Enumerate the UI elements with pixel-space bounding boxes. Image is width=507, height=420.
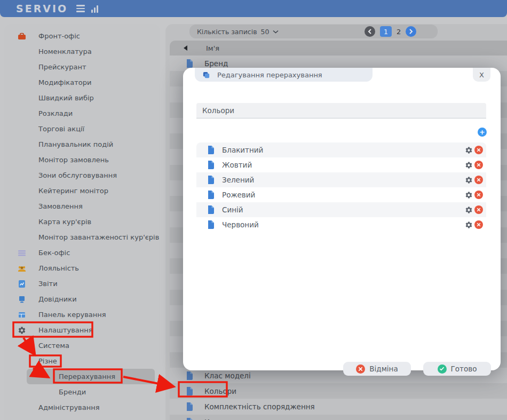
document-icon	[186, 418, 193, 420]
item-settings-icon[interactable]	[464, 146, 473, 154]
item-delete-icon[interactable]	[474, 220, 483, 229]
sidebar-item-settings[interactable]: Налаштування	[4, 322, 160, 338]
item-settings-icon[interactable]	[464, 191, 473, 199]
page-2-button[interactable]: 2	[397, 28, 401, 36]
prev-page-icon[interactable]	[365, 26, 375, 37]
enum-item-row-yellow[interactable]: Жовтий	[196, 157, 486, 172]
sidebar-item-control-panel[interactable]: Панель керування	[4, 307, 160, 322]
reports-icon	[18, 280, 26, 288]
item-delete-icon[interactable]	[474, 205, 483, 214]
sidebar: Фронт-офіс Номенклатура Прейскурант Моди…	[4, 24, 160, 420]
sidebar-item-enumerations[interactable]: Перерахування	[27, 369, 155, 384]
document-icon	[186, 59, 193, 68]
name-column-header: Ім'я	[206, 44, 219, 52]
document-icon	[186, 387, 193, 395]
pagination: 1 2	[365, 26, 416, 37]
control-panel-icon	[18, 311, 26, 319]
cancel-button[interactable]: Відміна	[343, 362, 411, 376]
gear-icon	[18, 326, 26, 335]
sidebar-item-courier-map[interactable]: Карта кур'єрів	[4, 214, 160, 229]
sidebar-item-schedules[interactable]: Розклади	[4, 106, 160, 121]
enum-item-row-red[interactable]: Червоний	[196, 217, 486, 232]
close-button[interactable]: X	[473, 68, 490, 82]
collapse-column-icon[interactable]	[184, 45, 187, 51]
loyalty-icon	[18, 264, 26, 273]
backoffice-icon	[18, 249, 26, 257]
enum-item-row-pink[interactable]: Рожевий	[196, 187, 486, 202]
sidebar-item-order-monitor[interactable]: Монітор замовлень	[4, 152, 160, 168]
sidebar-item-directories[interactable]: Довідники	[4, 291, 160, 307]
enum-item-row-light-blue[interactable]: Блакитний	[196, 142, 486, 157]
records-count-dropdown[interactable]: Кількість записів 50	[197, 28, 279, 36]
document-icon	[207, 191, 214, 199]
table-row-continents[interactable]: Континенти	[170, 414, 507, 420]
list-control-bar: Кількість записів 50 1 2	[189, 25, 438, 38]
edit-enumeration-dialog: Редагування перерахування X Кольори + Бл…	[183, 68, 501, 370]
sidebar-item-front-office[interactable]: Фронт-офіс	[4, 28, 160, 44]
item-settings-icon[interactable]	[464, 205, 473, 214]
top-bar: SERVIO	[0, 0, 507, 17]
done-check-icon	[438, 364, 447, 374]
sidebar-item-system[interactable]: Система	[4, 338, 160, 353]
sidebar-item-loyalty[interactable]: Лояльність	[4, 260, 160, 276]
sidebar-item-orders[interactable]: Замовлення	[4, 199, 160, 214]
item-delete-icon[interactable]	[474, 146, 483, 154]
directories-icon	[18, 295, 26, 304]
item-settings-icon[interactable]	[464, 176, 473, 184]
sidebar-item-service-zones[interactable]: Зони обслуговування	[4, 168, 160, 183]
dialog-title: Редагування перерахування	[217, 71, 322, 79]
sidebar-item-back-office[interactable]: Бек-офіс	[4, 245, 160, 260]
servio-logo: SERVIO	[16, 3, 68, 14]
sidebar-item-reports[interactable]: Звіти	[4, 276, 160, 291]
document-icon	[207, 161, 214, 169]
chart-icon[interactable]	[91, 5, 98, 13]
dialog-title-tab: Редагування перерахування	[195, 68, 373, 82]
chevron-down-icon	[273, 30, 279, 34]
enumeration-name-input[interactable]: Кольори	[196, 103, 486, 118]
table-row-equipment-completeness[interactable]: Комплектність спорядження	[170, 399, 507, 414]
document-icon	[207, 205, 214, 214]
briefcase-icon	[18, 32, 26, 41]
sidebar-item-nomenclature[interactable]: Номенклатура	[4, 44, 160, 59]
menu-icon[interactable]	[76, 5, 85, 12]
document-icon	[207, 176, 214, 184]
sidebar-item-administration[interactable]: Адміністрування	[4, 400, 160, 415]
copy-icon	[202, 71, 210, 79]
sidebar-item-event-planner[interactable]: Планувальник подій	[4, 137, 160, 152]
document-icon	[207, 146, 214, 154]
enum-item-row-green[interactable]: Зелений	[196, 172, 486, 187]
done-button[interactable]: Готово	[423, 362, 491, 376]
sidebar-item-pricelist[interactable]: Прейскурант	[4, 59, 160, 75]
document-icon	[207, 220, 214, 229]
item-delete-icon[interactable]	[474, 176, 483, 184]
add-item-button[interactable]: +	[478, 128, 487, 137]
document-icon	[186, 402, 193, 411]
document-icon	[186, 371, 193, 380]
sidebar-item-misc[interactable]: Різне	[4, 353, 160, 369]
item-settings-icon[interactable]	[464, 220, 473, 229]
sidebar-item-courier-load-monitor[interactable]: Монітор завантаженості кур'єрів	[4, 229, 160, 245]
next-page-icon[interactable]	[406, 26, 416, 37]
sidebar-item-catering-monitor[interactable]: Кейтеринг монітор	[4, 183, 160, 199]
page-1-button[interactable]: 1	[380, 26, 392, 37]
cancel-x-icon	[356, 364, 365, 374]
item-delete-icon[interactable]	[474, 161, 483, 169]
sidebar-item-promotions[interactable]: Торгові акції	[4, 121, 160, 137]
enumeration-items-list: Блакитний Жовтий Зелений Рожевий	[196, 142, 486, 232]
sidebar-item-modifiers[interactable]: Модифікатори	[4, 75, 160, 90]
item-delete-icon[interactable]	[474, 191, 483, 199]
sidebar-item-brands[interactable]: Бренди	[4, 384, 160, 400]
enum-item-row-blue[interactable]: Синій	[196, 202, 486, 217]
table-header[interactable]: Ім'я	[170, 41, 507, 56]
table-row-colors[interactable]: Кольори	[170, 383, 507, 399]
sidebar-item-quick-select[interactable]: Швидкий вибір	[4, 90, 160, 106]
item-settings-icon[interactable]	[464, 161, 473, 169]
